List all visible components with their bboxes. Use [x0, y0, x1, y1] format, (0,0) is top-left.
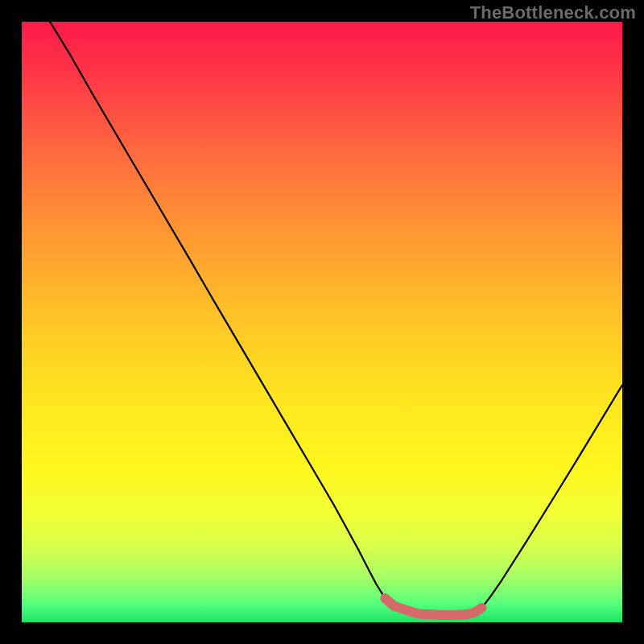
chart-frame: TheBottleneck.com: [0, 0, 644, 644]
bottleneck-curve: [50, 22, 622, 615]
chart-svg: [22, 22, 622, 622]
plot-area: [22, 22, 622, 622]
watermark-text: TheBottleneck.com: [470, 2, 636, 23]
optimal-range-marker: [385, 598, 481, 615]
